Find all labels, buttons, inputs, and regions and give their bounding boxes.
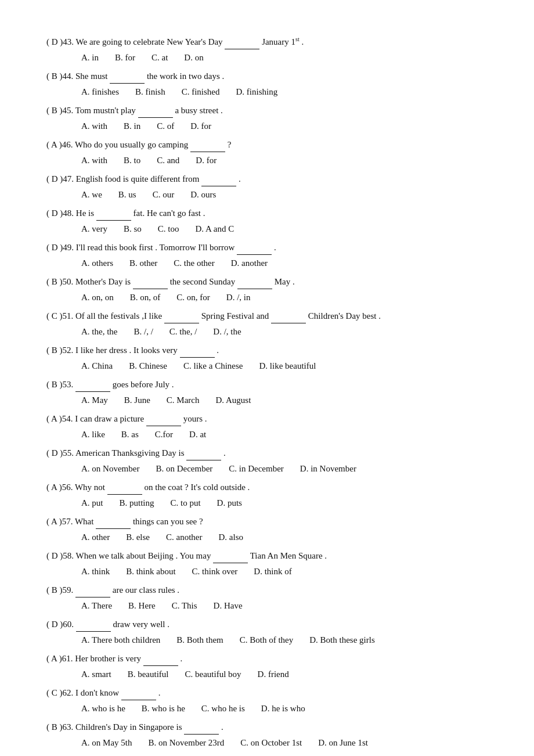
answer-option-q57-2: C. another	[166, 530, 202, 544]
answer-option-q59-3: D. Have	[214, 599, 243, 613]
answer-line-q50: A. on, onB. on, ofC. on, forD. /, in	[81, 290, 488, 304]
question-line-q45: ( B )45. Tom mustn't play a busy street …	[46, 103, 488, 118]
superscript: st	[295, 36, 300, 42]
answer-option-q45-0: A. with	[81, 119, 107, 133]
answer-option-q44-1: B. finish	[135, 85, 165, 99]
answer-option-q54-3: D. at	[189, 427, 206, 441]
question-line-q49: ( D )49. I'll read this book first . Tom…	[46, 240, 488, 255]
answer-option-q56-1: B. putting	[120, 496, 154, 510]
question-prefix: ( C )62. I don't know	[46, 688, 121, 697]
answer-option-q58-0: A. think	[81, 564, 110, 578]
answer-option-q47-0: A. we	[81, 188, 102, 201]
answer-option-q58-2: C. think over	[192, 564, 238, 578]
question-prefix: ( A )61. Her brother is very	[46, 654, 143, 663]
answer-option-q52-1: B. Chinese	[129, 359, 167, 373]
answer-line-q56: A. putB. puttingC. to putD. puts	[81, 496, 488, 510]
blank-space	[201, 172, 236, 186]
question-line-q51: ( C )51. Of all the festivals ,I like Sp…	[46, 309, 488, 323]
answer-option-q59-0: A. There	[81, 599, 112, 613]
question-suffix: Tian An Men Square .	[250, 551, 327, 560]
answer-option-q48-2: C. too	[158, 222, 179, 236]
answer-line-q57: A. otherB. elseC. anotherD. also	[81, 530, 488, 544]
answer-option-q59-1: B. Here	[128, 599, 156, 613]
question-line-q61: ( A )61. Her brother is very .	[46, 651, 488, 666]
answer-option-q49-2: C. the other	[174, 256, 214, 270]
question-prefix: ( B )53.	[46, 380, 75, 389]
answer-option-q50-0: A. on, on	[81, 290, 114, 304]
question-block-q47: ( D )47. English food is quite different…	[46, 172, 488, 201]
question-prefix: ( D )43. We are going to celebrate New Y…	[46, 37, 225, 46]
answer-option-q51-1: B. /, /	[134, 325, 153, 339]
answer-option-q60-3: D. Both these girls	[309, 633, 375, 647]
question-suffix: ?	[228, 140, 232, 149]
answer-option-q43-2: C. at	[151, 51, 168, 64]
blank-space	[184, 720, 219, 735]
question-line-q53: ( B )53. goes before July .	[46, 377, 488, 392]
question-prefix: ( A )56. Why not	[46, 483, 107, 492]
answer-option-q52-3: D. like beautiful	[259, 359, 316, 373]
blank-space	[138, 103, 173, 118]
answer-option-q52-0: A. China	[81, 359, 113, 373]
question-prefix: ( C )51. Of all the festivals ,I like	[46, 311, 164, 321]
blank-space	[110, 69, 145, 84]
question-suffix: .	[239, 174, 241, 183]
question-block-q48: ( D )48. He is fat. He can't go fast .A.…	[46, 206, 488, 236]
blank-space	[96, 514, 131, 529]
answer-option-q48-1: B. so	[124, 222, 142, 236]
answer-option-q62-1: B. who is he	[142, 701, 185, 715]
answer-option-q61-2: C. beautiful boy	[185, 667, 241, 681]
question-line-q54: ( A )54. I can draw a picture yours .	[46, 412, 488, 426]
answer-option-q54-2: C.for	[155, 427, 173, 441]
question-prefix: ( D )58. When we talk about Beijing . Yo…	[46, 551, 213, 560]
question-suffix: .	[180, 654, 182, 663]
answer-option-q53-2: C. March	[167, 393, 200, 407]
question-suffix: .	[223, 448, 226, 458]
answer-option-q55-1: B. on December	[156, 462, 212, 476]
question-suffix: on the coat ? It's cold outside .	[144, 483, 250, 492]
question-block-q63: ( B )63. Children's Day in Singapore is …	[46, 720, 488, 750]
answer-option-q63-2: C. on October 1st	[240, 736, 302, 750]
answer-option-q48-3: D. A and C	[196, 222, 234, 236]
question-block-q50: ( B )50. Mother's Day is the second Sund…	[46, 275, 488, 304]
answer-option-q58-3: D. think of	[254, 564, 291, 578]
question-block-q46: ( A )46. Who do you usually go camping ?…	[46, 138, 488, 167]
question-line-q55: ( D )55. American Thanksgiving Day is .	[46, 446, 488, 460]
answer-option-q44-0: A. finishes	[81, 85, 119, 99]
question-line-q43: ( D )43. We are going to celebrate New Y…	[46, 35, 488, 49]
answer-option-q62-3: D. he is who	[261, 701, 305, 715]
answer-option-q54-1: B. as	[121, 427, 139, 441]
question-prefix: ( B )45. Tom mustn't play	[46, 106, 138, 115]
blank-space	[190, 138, 225, 152]
question-block-q53: ( B )53. goes before July .A. MayB. June…	[46, 377, 488, 407]
answer-option-q62-0: A. who is he	[81, 701, 125, 715]
question-prefix: ( A )54. I can draw a picture	[46, 414, 146, 423]
blank-space	[76, 617, 111, 632]
question-text: are our class rules .	[113, 585, 179, 595]
answer-option-q61-3: D. friend	[258, 667, 289, 681]
answer-option-q59-2: C. This	[172, 599, 197, 613]
blank-space	[133, 275, 168, 289]
question-line-q47: ( D )47. English food is quite different…	[46, 172, 488, 186]
question-prefix: ( B )52. I like her dress . It looks ver…	[46, 345, 180, 355]
question-line-q62: ( C )62. I don't know .	[46, 686, 488, 700]
question-block-q56: ( A )56. Why not on the coat ? It's cold…	[46, 480, 488, 510]
quiz-content: ( D )43. We are going to celebrate New Y…	[46, 35, 488, 756]
question-block-q60: ( D )60. draw very well .A. There both c…	[46, 617, 488, 647]
question-suffix: a busy street .	[175, 106, 222, 115]
answer-option-q45-1: B. in	[124, 119, 140, 133]
question-block-q49: ( D )49. I'll read this book first . Tom…	[46, 240, 488, 270]
blank-space	[96, 206, 131, 221]
answer-line-q45: A. withB. inC. ofD. for	[81, 119, 488, 133]
question-suffix: the second Sunday	[170, 277, 235, 286]
question-block-q52: ( B )52. I like her dress . It looks ver…	[46, 343, 488, 373]
blank-space	[75, 583, 110, 597]
answer-option-q56-0: A. put	[81, 496, 103, 510]
answer-option-q50-3: D. /, in	[226, 290, 251, 304]
answer-option-q47-1: B. us	[118, 188, 136, 201]
answer-option-q58-1: B. think about	[126, 564, 175, 578]
question-block-q45: ( B )45. Tom mustn't play a busy street …	[46, 103, 488, 133]
answer-option-q55-2: C. in December	[229, 462, 284, 476]
answer-option-q55-0: A. on November	[81, 462, 139, 476]
question-block-q59: ( B )59. are our class rules .A. ThereB.…	[46, 583, 488, 613]
answer-line-q61: A. smartB. beautifulC. beautiful boyD. f…	[81, 667, 488, 681]
